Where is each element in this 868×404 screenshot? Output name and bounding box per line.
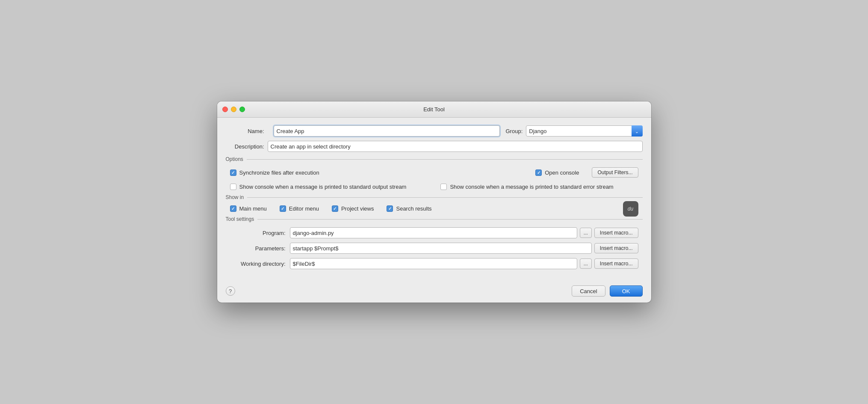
program-label: Program:	[230, 230, 290, 236]
working-dir-browse-button[interactable]: ...	[580, 258, 592, 269]
working-dir-input[interactable]	[290, 258, 577, 269]
working-dir-row: Working directory: ... Insert macro...	[230, 258, 638, 269]
search-results-checkbox[interactable]	[387, 205, 393, 212]
du-badge-text: du	[628, 206, 633, 212]
group-wrap: Group: Django	[506, 125, 643, 137]
maximize-button[interactable]	[239, 107, 245, 112]
description-label: Description:	[226, 143, 264, 150]
du-badge: du	[623, 201, 638, 217]
main-menu-label: Main menu	[239, 205, 267, 212]
editor-menu-label: Editor menu	[289, 205, 319, 212]
project-views-label: Project views	[341, 205, 374, 212]
show-console-stderr-checkbox[interactable]	[440, 184, 447, 190]
sync-files-label: Synchronize files after execution	[239, 169, 319, 176]
working-dir-input-wrap: ... Insert macro...	[290, 258, 638, 269]
options-right: Open console Output Filters...	[535, 167, 638, 178]
editor-menu-item[interactable]: Editor menu	[280, 205, 319, 212]
group-label: Group:	[506, 128, 523, 134]
main-menu-checkbox[interactable]	[230, 205, 236, 212]
dialog-content: Name: Group: Django Description:	[217, 118, 651, 280]
show-console-stderr-item[interactable]: Show console when a message is printed t…	[440, 184, 613, 190]
parameters-input[interactable]	[290, 243, 592, 254]
options-divider-line	[247, 159, 643, 160]
options-section: Synchronize files after execution Open c…	[226, 167, 643, 190]
tool-settings-divider: Tool settings	[226, 216, 643, 222]
open-console-label: Open console	[545, 169, 579, 176]
footer-buttons: Cancel OK	[572, 285, 642, 297]
show-console-stderr-label: Show console when a message is printed t…	[450, 184, 613, 190]
options-section-label: Options	[226, 156, 243, 162]
working-dir-label: Working directory:	[230, 261, 290, 267]
show-in-section: Main menu Editor menu Project views Sear…	[226, 205, 643, 212]
group-select-wrap: Django	[526, 125, 642, 137]
program-insert-macro-button[interactable]: Insert macro...	[594, 228, 638, 238]
options-row-1: Synchronize files after execution Open c…	[230, 167, 638, 178]
main-menu-item[interactable]: Main menu	[230, 205, 267, 212]
options-row-2: Show console when a message is printed t…	[230, 184, 638, 190]
sync-files-wrap: Synchronize files after execution	[230, 169, 536, 176]
editor-menu-checkbox[interactable]	[280, 205, 286, 212]
help-button[interactable]: ?	[226, 286, 235, 296]
search-results-label: Search results	[396, 205, 431, 212]
ok-button[interactable]: OK	[610, 285, 643, 297]
program-input-wrap: ... Insert macro...	[290, 227, 638, 238]
name-input-wrap	[274, 125, 500, 137]
parameters-row: Parameters: Insert macro...	[230, 243, 638, 254]
parameters-input-wrap: Insert macro...	[290, 243, 638, 254]
minimize-button[interactable]	[231, 107, 236, 112]
show-in-row: Main menu Editor menu Project views Sear…	[230, 205, 638, 212]
show-console-stdout-item[interactable]: Show console when a message is printed t…	[230, 184, 407, 190]
description-row: Description:	[226, 141, 643, 152]
tool-settings-divider-line	[257, 219, 642, 220]
show-in-divider: Show in	[226, 194, 643, 200]
dialog-footer: ? Cancel OK	[217, 280, 651, 303]
program-row: Program: ... Insert macro...	[230, 227, 638, 238]
group-select[interactable]: Django	[526, 125, 642, 137]
titlebar: Edit Tool	[217, 101, 651, 118]
sync-files-checkbox[interactable]	[230, 169, 236, 176]
project-views-item[interactable]: Project views	[332, 205, 374, 212]
traffic-lights	[222, 107, 245, 112]
output-filters-button[interactable]: Output Filters...	[592, 167, 638, 178]
program-input[interactable]	[290, 227, 577, 238]
window-title: Edit Tool	[423, 106, 445, 113]
name-group-row: Name: Group: Django	[226, 125, 643, 137]
tool-settings-section-label: Tool settings	[226, 216, 254, 222]
parameters-label: Parameters:	[230, 245, 290, 252]
close-button[interactable]	[222, 107, 228, 112]
show-in-section-label: Show in	[226, 194, 244, 200]
name-group: Name: Group: Django	[226, 125, 643, 137]
options-divider: Options	[226, 156, 643, 162]
cancel-button[interactable]: Cancel	[572, 285, 605, 297]
show-console-stdout-checkbox[interactable]	[230, 184, 236, 190]
open-console-checkbox-item[interactable]: Open console	[535, 169, 579, 176]
show-in-divider-line	[247, 197, 642, 198]
sync-files-checkbox-item[interactable]: Synchronize files after execution	[230, 169, 536, 176]
open-console-checkbox[interactable]	[535, 169, 542, 176]
working-dir-insert-macro-button[interactable]: Insert macro...	[594, 258, 638, 269]
show-console-stdout-label: Show console when a message is printed t…	[239, 184, 407, 190]
tool-settings-section: Program: ... Insert macro... Parameters:…	[226, 227, 643, 269]
description-input[interactable]	[268, 141, 643, 152]
search-results-item[interactable]: Search results	[387, 205, 431, 212]
edit-tool-dialog: Edit Tool Name: Group: Django	[217, 101, 651, 303]
program-browse-button[interactable]: ...	[580, 228, 592, 238]
parameters-insert-macro-button[interactable]: Insert macro...	[594, 243, 638, 253]
name-label: Name:	[226, 128, 264, 134]
name-input[interactable]	[274, 125, 500, 137]
project-views-checkbox[interactable]	[332, 205, 338, 212]
